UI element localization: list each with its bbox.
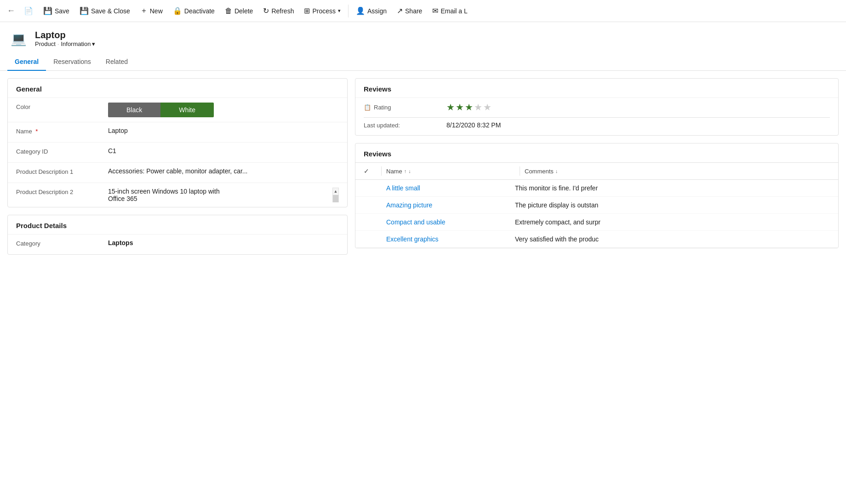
share-button[interactable]: ↗ Share bbox=[392, 4, 427, 18]
email-icon: ✉ bbox=[432, 6, 438, 15]
desc2-value: 15-inch screen Windows 10 laptop with Of… bbox=[108, 188, 332, 202]
rating-label: 📋 Rating bbox=[364, 104, 446, 111]
review-row: Compact and usable Extremely compact, an… bbox=[355, 214, 838, 231]
category-id-label: Category ID bbox=[16, 147, 108, 155]
star-1: ★ bbox=[446, 102, 455, 113]
assign-button[interactable]: 👤 Assign bbox=[351, 4, 391, 18]
process-button[interactable]: ⊞ Process ▾ bbox=[299, 4, 345, 18]
assign-label: Assign bbox=[367, 7, 387, 15]
deactivate-button[interactable]: 🔒 Deactivate bbox=[168, 4, 219, 18]
scrollbar-thumb bbox=[333, 195, 338, 202]
new-button[interactable]: ＋ New bbox=[136, 3, 167, 18]
title-area: Laptop Product · Information ▾ bbox=[35, 30, 95, 47]
general-section-title: General bbox=[8, 79, 347, 97]
deactivate-label: Deactivate bbox=[184, 7, 215, 15]
general-section-card: General Color Black White Name * Laptop bbox=[7, 78, 348, 207]
doc-icon: 📄 bbox=[24, 6, 33, 15]
breadcrumb-info[interactable]: Information ▾ bbox=[61, 40, 95, 47]
check-all[interactable]: ✓ bbox=[364, 167, 377, 175]
share-icon: ↗ bbox=[397, 6, 403, 15]
reviews-rating-title: Reviews bbox=[355, 79, 838, 97]
process-label: Process bbox=[312, 7, 336, 15]
breadcrumb-product[interactable]: Product bbox=[35, 40, 56, 47]
col-name-header[interactable]: Name ↑ ↓ bbox=[386, 168, 515, 175]
back-icon: ← bbox=[7, 6, 15, 16]
name-required: * bbox=[35, 128, 38, 135]
save-button[interactable]: 💾 Save bbox=[39, 4, 74, 18]
desc2-scrollbar: ▲ ▼ bbox=[332, 188, 339, 202]
review-name-1[interactable]: Amazing picture bbox=[386, 201, 515, 209]
chevron-down-icon: ▾ bbox=[92, 40, 95, 47]
desc2-value-wrap: 15-inch screen Windows 10 laptop with Of… bbox=[108, 188, 339, 202]
review-comment-3: Very satisfied with the produc bbox=[515, 235, 830, 243]
toolbar: ← 📄 💾 Save 💾 Save & Close ＋ New 🔒 Deacti… bbox=[0, 0, 846, 22]
delete-button[interactable]: 🗑 Delete bbox=[220, 4, 257, 18]
color-buttons: Black White bbox=[108, 103, 339, 117]
assign-icon: 👤 bbox=[356, 6, 365, 15]
color-white-button[interactable]: White bbox=[160, 103, 214, 117]
product-details-title: Product Details bbox=[8, 215, 347, 234]
email-button[interactable]: ✉ Email a L bbox=[428, 4, 472, 18]
save-label: Save bbox=[55, 7, 69, 15]
color-label: Color bbox=[16, 103, 108, 110]
color-field: Color Black White bbox=[8, 97, 347, 122]
breadcrumb: Product · Information ▾ bbox=[35, 40, 95, 47]
tab-reservations[interactable]: Reservations bbox=[46, 53, 98, 71]
category-field: Category Laptops bbox=[8, 234, 347, 254]
tabs: General Reservations Related bbox=[0, 53, 846, 71]
name-value[interactable]: Laptop bbox=[108, 127, 339, 134]
toolbar-separator bbox=[348, 5, 349, 17]
tab-general[interactable]: General bbox=[7, 53, 46, 71]
color-value: Black White bbox=[108, 103, 339, 117]
save-close-button[interactable]: 💾 Save & Close bbox=[75, 4, 135, 18]
col-sep bbox=[520, 166, 520, 176]
star-3: ★ bbox=[465, 102, 473, 113]
review-name-3[interactable]: Excellent graphics bbox=[386, 235, 515, 243]
rating-icon: 📋 bbox=[364, 104, 371, 111]
color-black-button[interactable]: Black bbox=[108, 103, 160, 117]
rating-stars: ★ ★ ★ ★ ★ bbox=[446, 102, 492, 113]
review-name-0[interactable]: A little small bbox=[386, 184, 515, 192]
review-row: Excellent graphics Very satisfied with t… bbox=[355, 231, 838, 248]
review-name-2[interactable]: Compact and usable bbox=[386, 218, 515, 226]
save-icon: 💾 bbox=[43, 6, 52, 15]
product-icon: 💻 bbox=[7, 28, 29, 50]
tab-related[interactable]: Related bbox=[98, 53, 135, 71]
desc2-label: Product Description 2 bbox=[16, 188, 108, 195]
col-comments-header[interactable]: Comments ↓ bbox=[525, 168, 830, 175]
reviews-table-header: ✓ Name ↑ ↓ Comments ↓ bbox=[355, 162, 838, 180]
refresh-icon: ↻ bbox=[263, 6, 269, 15]
category-id-value: C1 bbox=[108, 147, 339, 155]
star-2: ★ bbox=[456, 102, 464, 113]
comments-sort-icon[interactable]: ↓ bbox=[555, 168, 558, 174]
last-updated-value: 8/12/2020 8:32 PM bbox=[446, 121, 501, 129]
process-icon: ⊞ bbox=[304, 6, 310, 15]
star-4: ★ bbox=[474, 102, 482, 113]
save-close-label: Save & Close bbox=[91, 7, 130, 15]
scroll-up-button[interactable]: ▲ bbox=[333, 188, 338, 195]
category-id-field: Category ID C1 bbox=[8, 142, 347, 162]
deactivate-icon: 🔒 bbox=[173, 6, 182, 15]
left-column: General Color Black White Name * Laptop bbox=[7, 78, 348, 255]
review-comment-1: The picture display is outstan bbox=[515, 201, 830, 209]
review-comment-0: This monitor is fine. I'd prefer bbox=[515, 184, 830, 192]
review-row: A little small This monitor is fine. I'd… bbox=[355, 180, 838, 197]
name-sort-asc-icon[interactable]: ↑ bbox=[404, 168, 407, 174]
reviews-list-card: Reviews ✓ Name ↑ ↓ Comments ↓ A little s bbox=[355, 143, 839, 248]
desc2-field: Product Description 2 15-inch screen Win… bbox=[8, 183, 347, 207]
right-column: Reviews 📋 Rating ★ ★ ★ ★ ★ Last updated:… bbox=[355, 78, 839, 255]
doc-button[interactable]: 📄 bbox=[19, 4, 38, 18]
refresh-button[interactable]: ↻ Refresh bbox=[258, 4, 298, 18]
back-button[interactable]: ← bbox=[4, 4, 18, 18]
reviews-rating-card: Reviews 📋 Rating ★ ★ ★ ★ ★ Last updated:… bbox=[355, 78, 839, 136]
review-comment-2: Extremely compact, and surpr bbox=[515, 218, 830, 226]
name-sort-desc-icon[interactable]: ↓ bbox=[408, 168, 411, 174]
header-sep bbox=[381, 166, 382, 176]
desc1-field: Product Description 1 Accessories: Power… bbox=[8, 162, 347, 183]
email-label: Email a L bbox=[440, 7, 467, 15]
name-field: Name * Laptop bbox=[8, 122, 347, 142]
category-value: Laptops bbox=[108, 239, 339, 246]
page-header: 💻 Laptop Product · Information ▾ bbox=[0, 22, 846, 53]
last-updated-label: Last updated: bbox=[364, 122, 446, 129]
product-details-card: Product Details Category Laptops bbox=[7, 215, 348, 255]
